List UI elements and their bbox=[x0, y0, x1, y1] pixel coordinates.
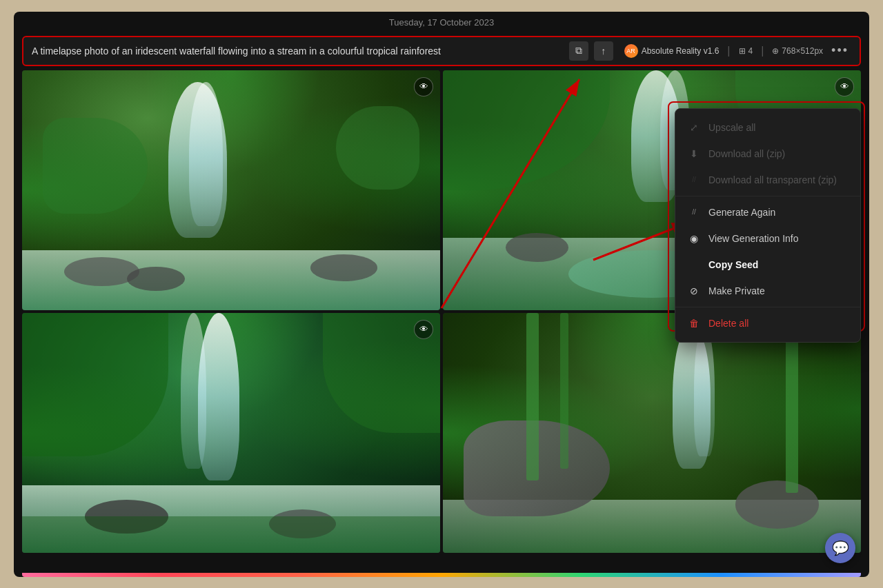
generate-again-label: Generate Again bbox=[708, 207, 775, 218]
dimensions-stat: ⊕ 768×512px bbox=[772, 46, 823, 56]
generate-icon: // bbox=[688, 206, 700, 219]
model-badge: AR Absolute Reality v1.6 bbox=[624, 44, 720, 58]
date-bar: Tuesday, 17 October 2023 bbox=[14, 12, 869, 33]
dropdown-menu: ⤢ Upscale all ⬇ Download all (zip) // Do… bbox=[675, 108, 861, 343]
waterfall-visual-3 bbox=[22, 313, 440, 553]
dropdown-generate-again[interactable]: // Generate Again bbox=[675, 199, 860, 225]
chat-button[interactable]: 💬 bbox=[825, 533, 855, 563]
download-transparent-icon: // bbox=[688, 174, 700, 186]
upscale-icon: ⤢ bbox=[688, 121, 700, 134]
dimensions-text: 768×512px bbox=[782, 46, 823, 56]
dropdown-make-private[interactable]: ⊘ Make Private bbox=[675, 278, 860, 304]
more-options-button[interactable]: ••• bbox=[829, 43, 851, 58]
copy-seed-label: Copy Seed bbox=[708, 259, 758, 270]
bottom-bar bbox=[22, 573, 861, 577]
divider-1 bbox=[675, 196, 860, 196]
view-generation-info-label: View Generation Info bbox=[708, 233, 799, 244]
chat-icon: 💬 bbox=[832, 540, 849, 556]
divider-2: | bbox=[761, 45, 764, 57]
date-text: Tuesday, 17 October 2023 bbox=[389, 17, 494, 28]
delete-all-label: Delete all bbox=[708, 318, 748, 329]
model-name: Absolute Reality v1.6 bbox=[642, 46, 720, 56]
image-cell-1: 👁 bbox=[22, 70, 440, 310]
eye-button-1[interactable]: 👁 bbox=[414, 77, 433, 97]
dropdown-download-zip[interactable]: ⬇ Download all (zip) bbox=[675, 141, 860, 167]
make-private-label: Make Private bbox=[708, 285, 765, 296]
dimensions-icon: ⊕ bbox=[772, 46, 779, 56]
dropdown-copy-seed[interactable]: Copy Seed bbox=[675, 252, 860, 278]
remix-button[interactable]: ↑ bbox=[594, 41, 613, 61]
eye-button-2[interactable]: 👁 bbox=[835, 77, 854, 97]
waterfall-visual-4 bbox=[443, 313, 861, 553]
copy-prompt-button[interactable]: ⧉ bbox=[569, 41, 588, 61]
dropdown-download-transparent[interactable]: // Download all transparent (zip) bbox=[675, 167, 860, 193]
make-private-icon: ⊘ bbox=[688, 285, 700, 297]
divider-1: | bbox=[727, 45, 730, 57]
dropdown-delete-all[interactable]: 🗑 Delete all bbox=[675, 310, 860, 336]
image-count: 4 bbox=[748, 46, 753, 56]
image-cell-4: 👁 bbox=[443, 313, 861, 553]
toolbar: A timelapse photo of an iridescent water… bbox=[22, 36, 861, 66]
download-transparent-label: Download all transparent (zip) bbox=[708, 174, 837, 185]
waterfall-visual-1 bbox=[22, 70, 440, 310]
dropdown-view-generation-info[interactable]: ◉ View Generation Info bbox=[675, 225, 860, 252]
main-container: Tuesday, 17 October 2023 A timelapse pho… bbox=[14, 12, 869, 577]
copy-seed-icon bbox=[688, 258, 700, 271]
view-info-icon: ◉ bbox=[688, 232, 700, 245]
upscale-all-label: Upscale all bbox=[708, 122, 755, 133]
eye-button-3[interactable]: 👁 bbox=[414, 320, 433, 339]
image-cell-3: 👁 bbox=[22, 313, 440, 553]
image-count-stat: ⊞ 4 bbox=[739, 46, 753, 56]
divider-2 bbox=[675, 307, 860, 307]
model-avatar: AR bbox=[624, 44, 638, 58]
delete-icon: 🗑 bbox=[688, 317, 700, 330]
download-icon: ⬇ bbox=[688, 148, 700, 160]
dropdown-upscale-all[interactable]: ⤢ Upscale all bbox=[675, 114, 860, 141]
download-zip-label: Download all (zip) bbox=[708, 148, 785, 159]
images-icon: ⊞ bbox=[739, 46, 746, 56]
prompt-text: A timelapse photo of an iridescent water… bbox=[32, 45, 564, 57]
